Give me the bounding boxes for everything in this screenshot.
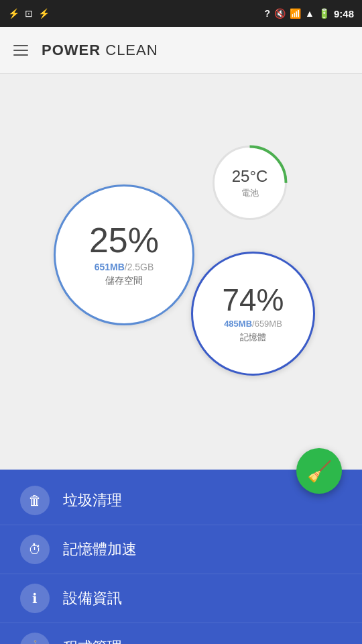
storage-label: 儲存空間 [105,275,143,287]
clock: 9:48 [334,8,354,19]
storage-size: 651MB/2.5GB [95,262,154,272]
usb-icon-2: ⚡ [38,8,50,19]
info-icon-circle: ℹ [20,584,50,613]
app-manager-icon-circle: 🤖 [20,633,50,644]
memory-icon-circle: ⏱ [20,535,50,564]
memory-speed-icon: ⏱ [28,542,42,557]
battery-label: 電池 [241,187,259,199]
app-manager-label: 程式管理 [63,637,122,644]
storage-circle[interactable]: 25% 651MB/2.5GB 儲存空間 [54,184,194,325]
trash-icon-circle: 🗑 [20,486,50,515]
circles-container: 25°C 電池 25% 651MB/2.5GB 儲存空間 74% 485MB/6… [40,131,322,399]
question-icon: ? [265,8,271,19]
trash-label: 垃圾清理 [63,490,122,511]
broom-icon: 🧹 [307,460,332,483]
usb-icon-1: ⚡ [8,8,19,19]
hamburger-line-3 [13,54,28,56]
battery-temp: 25°C [232,167,268,186]
hamburger-line-1 [13,45,28,46]
memory-speed-label: 記憶體加速 [63,539,137,559]
bottom-menu: 🧹 🗑 垃圾清理 ⏱ 記憶體加速 ℹ 設備資訊 🤖 程式管理 [0,470,362,644]
volume-icon: 🔇 [274,8,286,19]
app-title-bold: POWER [42,42,101,58]
app-header: POWER CLEAN [0,27,362,74]
battery-circle: 25°C 電池 [211,144,288,221]
app-title: POWER CLEAN [42,42,158,59]
storage-percent: 25% [89,223,159,258]
app-title-normal: CLEAN [101,42,158,58]
signal-icon: ▲ [305,8,314,19]
android-icon: ⊡ [25,8,33,19]
main-content: 25°C 電池 25% 651MB/2.5GB 儲存空間 74% 485MB/6… [0,74,362,470]
hamburger-line-2 [13,50,28,51]
status-bar: ⚡ ⊡ ⚡ ? 🔇 📶 ▲ 🔋 9:48 [0,0,362,27]
status-icons-right: ? 🔇 📶 ▲ 🔋 9:48 [265,8,354,19]
device-info-label: 設備資訊 [63,588,122,608]
menu-item-memory[interactable]: ⏱ 記憶體加速 [0,525,362,574]
menu-item-app-manager[interactable]: 🤖 程式管理 [0,623,362,644]
memory-percent: 74% [222,284,284,315]
memory-size: 485MB/659MB [224,319,282,329]
status-icons-left: ⚡ ⊡ ⚡ [8,8,50,19]
memory-label: 記憶體 [240,331,266,343]
trash-icon: 🗑 [28,493,42,508]
robot-icon: 🤖 [27,639,44,644]
clean-fab-button[interactable]: 🧹 [296,448,342,494]
wifi-icon: 📶 [290,8,301,19]
battery-icon: 🔋 [318,8,330,19]
memory-circle[interactable]: 74% 485MB/659MB 記憶體 [191,252,315,376]
hamburger-menu-button[interactable] [13,45,28,56]
info-icon: ℹ [32,590,38,606]
menu-item-device-info[interactable]: ℹ 設備資訊 [0,574,362,623]
